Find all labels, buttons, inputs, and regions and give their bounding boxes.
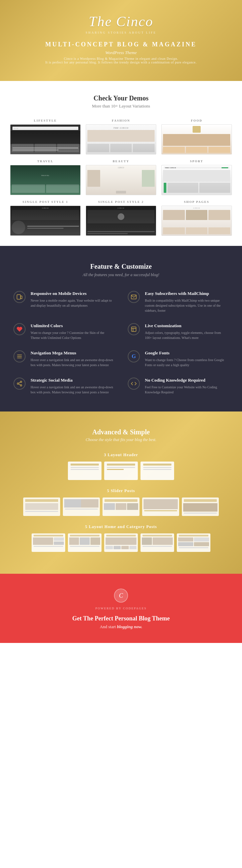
feature-desc-responsive: Never lose a mobile reader again. Your w… — [31, 298, 114, 308]
features-grid: Responsive on Mobile Devices Never lose … — [13, 291, 229, 395]
thumb-card — [168, 183, 198, 193]
feature-text-nocoding: No Coding Knowledge Required Feel Free t… — [145, 378, 229, 395]
layout-thumb-slider-5[interactable] — [182, 497, 219, 516]
demo-thumb-single1: CINCO — [10, 206, 81, 236]
feature-text-social: Strategic Social Media Hover over a navi… — [31, 378, 114, 395]
hero-desc-2: It is perfect for any personal blog. It … — [7, 60, 235, 64]
feature-icon-mailchimp — [128, 291, 140, 303]
demo-sport[interactable]: Sport THE CINCO — [161, 160, 232, 195]
demos-title: Check Your Demos — [10, 94, 232, 102]
layout-thumb-header-3[interactable] — [141, 462, 174, 480]
layout-thumb-home-3[interactable] — [104, 533, 138, 552]
layouts-subtitle: Choose the style that fits your blog the… — [10, 437, 232, 442]
layout-thumb-header-1[interactable] — [68, 462, 101, 480]
feature-responsive: Responsive on Mobile Devices Never lose … — [13, 291, 114, 313]
footer-cta-title: Get The Perfect Personal Blog Theme — [7, 615, 235, 622]
layout-lines — [70, 467, 99, 470]
layout-line — [70, 467, 99, 468]
demo-label-single2: Single Post Style 2 — [86, 200, 156, 204]
footer-powered: Powered By Codepages — [7, 607, 235, 610]
hero-subtitle: WordPress Theme — [7, 50, 235, 55]
svg-rect-0 — [17, 294, 21, 299]
thumb-card — [57, 144, 79, 152]
slider-bar — [25, 499, 58, 502]
thumb-card — [87, 144, 109, 152]
layout-group-title-header: 3 Layout Header — [10, 453, 232, 458]
feature-icon-responsive — [13, 291, 26, 303]
layout-thumbs-home — [10, 533, 232, 552]
demo-food[interactable]: Food — [161, 119, 232, 155]
slider-full — [144, 499, 178, 509]
slider-trio — [104, 503, 138, 510]
demo-shop[interactable]: Shop Pages CINCO — [161, 200, 232, 236]
demo-thumb-sport: THE CINCO — [161, 165, 232, 195]
demo-thumb-single2: CINCO — [86, 206, 156, 236]
layout-thumb-home-4[interactable] — [141, 533, 174, 552]
feature-title-responsive: Responsive on Mobile Devices — [31, 291, 114, 296]
feature-icon-social — [13, 378, 26, 390]
home-card-side — [54, 537, 64, 541]
layouts-section: Advanced & Simple Choose the style that … — [0, 411, 242, 574]
demo-beauty[interactable]: Beauty CINCO — [86, 160, 156, 195]
home-g4 — [194, 542, 209, 546]
demo-travel[interactable]: Travel TRAVEL — [10, 160, 81, 195]
food-logo — [192, 126, 201, 133]
demo-label-food: Food — [161, 119, 232, 122]
svg-line-11 — [19, 384, 20, 385]
home-bar — [143, 535, 172, 536]
home-card-main — [33, 537, 53, 545]
layout-thumb-home-2[interactable] — [68, 533, 101, 552]
hero-tagline: Sharing Stories About Life — [7, 31, 235, 34]
demo-lifestyle[interactable]: Lifestyle — [10, 119, 81, 155]
feature-title-fonts: Google Fonts — [145, 350, 229, 356]
home-sub — [114, 546, 121, 549]
codepages-logo-icon: C — [114, 588, 128, 603]
beauty-logo: CINCO — [118, 166, 124, 168]
slider-t2 — [116, 503, 127, 510]
fashion-logo-text: THE CINCO — [89, 127, 153, 129]
layout-thumb-header-2[interactable] — [104, 462, 138, 480]
layout-thumb-home-1[interactable] — [32, 533, 65, 552]
home-card-side — [54, 541, 64, 545]
layout-thumb-slider-3[interactable] — [102, 497, 140, 516]
home-cards — [33, 537, 64, 545]
home-grid5 — [178, 537, 209, 546]
feature-desc-mailchimp: Built in compatibility with MailChimp wi… — [145, 298, 229, 313]
demo-thumb-food — [161, 124, 232, 155]
single2-line — [87, 231, 155, 232]
single1-line — [27, 226, 79, 227]
slider-duo-l — [64, 499, 81, 507]
feature-desc-menus: Hover over a navigation link and see an … — [31, 358, 114, 368]
hero-title: Multi-Concept Blog & Magazine — [7, 41, 235, 48]
single2-content — [87, 231, 155, 234]
slider-line — [184, 513, 217, 514]
single2-line2 — [87, 233, 128, 234]
hero-logo: The Cinco — [7, 13, 235, 30]
sport-bar — [164, 183, 167, 193]
feature-icon-menus — [13, 350, 26, 363]
feature-title-live: Live Customization — [145, 323, 229, 329]
single2-hero — [87, 210, 155, 223]
layout-group-header: 3 Layout Header — [10, 453, 232, 480]
layout-thumb-slider-1[interactable] — [23, 497, 60, 516]
shop-item — [208, 227, 230, 234]
features-subtitle: All the features you need, for a success… — [13, 272, 229, 277]
layout-thumb-slider-2[interactable] — [63, 497, 100, 516]
home-bar — [106, 535, 136, 536]
feature-fonts: G Google Fonts Want to change fonts ? Ch… — [128, 350, 229, 368]
footer-logo: C — [113, 587, 129, 604]
nav-dot — [14, 128, 15, 129]
shop-product1 — [163, 210, 185, 220]
layout-thumb-slider-4[interactable] — [142, 497, 179, 516]
layout-group-slider: 5 Slider Posts — [10, 488, 232, 516]
demo-fashion[interactable]: Fashion THE CINCO — [86, 119, 156, 155]
travel-cards — [12, 184, 79, 193]
layout-thumb-home-5[interactable] — [177, 533, 210, 552]
footer-cta-text: And start — [100, 624, 116, 629]
demo-single1[interactable]: Single Post Style 1 CINCO — [10, 200, 81, 236]
sport-hero — [163, 170, 230, 182]
layout-line — [70, 469, 99, 470]
feature-icon-live — [128, 323, 140, 335]
demo-thumb-shop: CINCO — [161, 206, 232, 236]
demo-single2[interactable]: Single Post Style 2 CINCO — [86, 200, 156, 236]
